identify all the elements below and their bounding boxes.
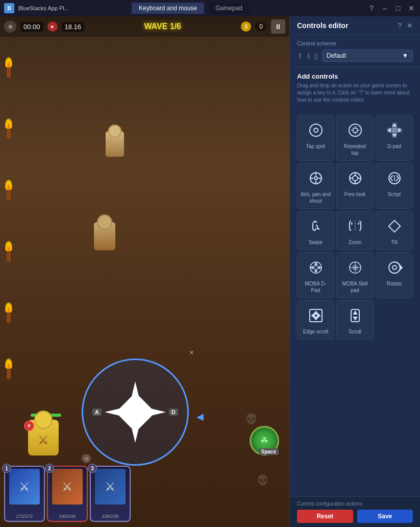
game-hud: ⚙ 00:00 ♥ 18.16 WAVE 1/6 $ 0 ⏸	[0, 16, 289, 37]
panel-header-icons: ? ✕	[398, 21, 413, 30]
app-name: BlueStacks App Pl...	[18, 5, 128, 11]
pause-button[interactable]: ⏸	[271, 19, 285, 34]
save-button[interactable]: Save	[357, 510, 413, 523]
close-button[interactable]: ✕	[407, 4, 416, 13]
edge-scroll-icon	[306, 306, 326, 325]
svg-point-2	[349, 124, 361, 136]
tap-spot-label: Tap spot	[306, 143, 326, 150]
svg-point-0	[310, 124, 322, 136]
hud-coin-icon: $	[241, 21, 251, 32]
arrow-indicator: ◀	[196, 411, 204, 422]
dpad-key-left: A	[92, 409, 102, 416]
dpad-circle[interactable]: A D	[82, 358, 189, 466]
panel-close-button[interactable]: ✕	[407, 21, 413, 30]
rotate-icon	[385, 258, 404, 277]
card-1[interactable]: 1 ⚔ 272/272	[4, 466, 45, 522]
control-moba-dpad[interactable]: MOBA D-Pad	[297, 252, 334, 298]
panel-footer: Current configuration actions Reset Save	[290, 496, 420, 527]
add-controls-desc: Drag and drop an action on your game scr…	[297, 82, 413, 104]
control-scheme-section: Control scheme ⇧ ⇩ ▯ Default ▼	[290, 35, 420, 67]
moba-skill-pad-icon	[345, 258, 365, 277]
minimize-button[interactable]: –	[380, 4, 389, 13]
card-3-stats: 238/238	[102, 514, 119, 519]
card-2-badge: 2	[45, 464, 54, 473]
repeated-tap-icon	[345, 121, 365, 140]
svg-marker-45	[354, 317, 357, 320]
moba-dpad-icon	[306, 258, 326, 277]
dpad-container: × A D	[82, 358, 189, 466]
tab-keyboard-mouse[interactable]: Keyboard and mouse	[132, 3, 204, 14]
hud-second-timer: 18.16	[62, 22, 85, 32]
aim-pan-shoot-icon	[306, 169, 326, 188]
svg-point-16	[353, 176, 358, 181]
dpad-close-button[interactable]: ×	[189, 348, 194, 357]
reset-button[interactable]: Reset	[297, 510, 353, 523]
dpad-icon	[385, 121, 404, 140]
free-look-icon	[345, 169, 365, 188]
svg-marker-29	[311, 267, 313, 269]
control-tilt[interactable]: Tilt	[376, 211, 413, 250]
skill-key-badge: Space	[259, 448, 279, 455]
control-edge-scroll[interactable]: Edge scroll	[297, 300, 334, 340]
control-dpad[interactable]: D-pad	[376, 115, 413, 161]
control-repeated-tap[interactable]: Repeated tap	[336, 115, 374, 161]
aim-pan-shoot-label: Aim, pan and shoot	[301, 191, 331, 204]
control-zoom[interactable]: Zoom	[336, 211, 374, 250]
hud-coin-count: 0	[255, 22, 267, 31]
control-script[interactable]: Script	[376, 163, 413, 209]
card-1-icon: ⚔	[9, 469, 40, 505]
bottom-cards: 1 ⚔ 272/272 2 ⚔ 245/245 3 ⚔ 238/238	[0, 466, 289, 522]
svg-point-36	[392, 266, 397, 270]
scroll-icon	[345, 306, 365, 325]
svg-marker-37	[400, 266, 402, 270]
card-2[interactable]: 2 ⚔ 245/245	[47, 466, 88, 522]
scheme-label: Control scheme	[297, 40, 413, 46]
control-swipe[interactable]: Swipe	[297, 211, 334, 250]
main-content: 💀 💀	[0, 16, 420, 527]
skull-decor: 💀	[245, 413, 258, 425]
dpad-center	[116, 393, 156, 433]
scheme-copy-icon[interactable]: ▯	[314, 52, 318, 60]
hud-wave: WAVE 1/6	[88, 22, 237, 31]
restore-button[interactable]: □	[393, 4, 403, 13]
tilt-icon	[385, 217, 404, 236]
enemy-6	[92, 221, 117, 251]
svg-marker-41	[312, 314, 314, 318]
svg-point-14	[314, 177, 317, 180]
scheme-export-icon[interactable]: ⇩	[306, 52, 311, 60]
control-free-look[interactable]: Free look	[336, 163, 374, 209]
svg-rect-24	[388, 221, 400, 232]
scheme-select[interactable]: Default ▼	[322, 50, 413, 62]
svg-marker-28	[315, 271, 317, 273]
control-moba-skill-pad[interactable]: MOBA Skill pad	[336, 252, 374, 298]
hud-heart: ♥	[47, 21, 58, 32]
card-3-icon: ⚔	[95, 469, 126, 505]
hud-timer: 00:00	[20, 22, 43, 32]
scheme-upload-icon[interactable]: ⇧	[297, 52, 303, 60]
tilt-label: Tilt	[391, 239, 398, 246]
swipe-icon	[306, 217, 326, 236]
hero-character: ⚔ ✕	[28, 420, 64, 461]
card-3[interactable]: 3 ⚔ 238/238	[90, 466, 131, 522]
scroll-label: Scroll	[349, 328, 361, 335]
svg-point-1	[314, 128, 318, 132]
game-area: 💀 💀	[0, 16, 289, 527]
dpad-cross	[105, 381, 166, 443]
control-rotate[interactable]: Rotate	[376, 252, 413, 298]
moba-dpad-label: MOBA D-Pad	[301, 280, 331, 294]
control-tap-spot[interactable]: Tap spot	[297, 115, 334, 161]
skill-button[interactable]: ☘ Space	[250, 426, 279, 456]
scheme-icons: ⇧ ⇩ ▯	[297, 52, 318, 60]
control-aim-pan-shoot[interactable]: Aim, pan and shoot	[297, 163, 334, 209]
footer-buttons: Reset Save	[297, 510, 413, 523]
card-2-icon: ⚔	[52, 469, 83, 505]
tab-gamepad[interactable]: Gamepad	[208, 3, 250, 14]
svg-marker-42	[317, 314, 320, 318]
panel-help-button[interactable]: ?	[398, 21, 402, 30]
skill-button-icon: ☘	[254, 430, 275, 451]
panel-title: Controls editor	[297, 21, 348, 30]
card-1-stats: 272/272	[16, 514, 33, 519]
control-scroll[interactable]: Scroll	[336, 300, 374, 340]
torch-1	[5, 57, 12, 78]
help-button[interactable]: ?	[367, 4, 376, 13]
